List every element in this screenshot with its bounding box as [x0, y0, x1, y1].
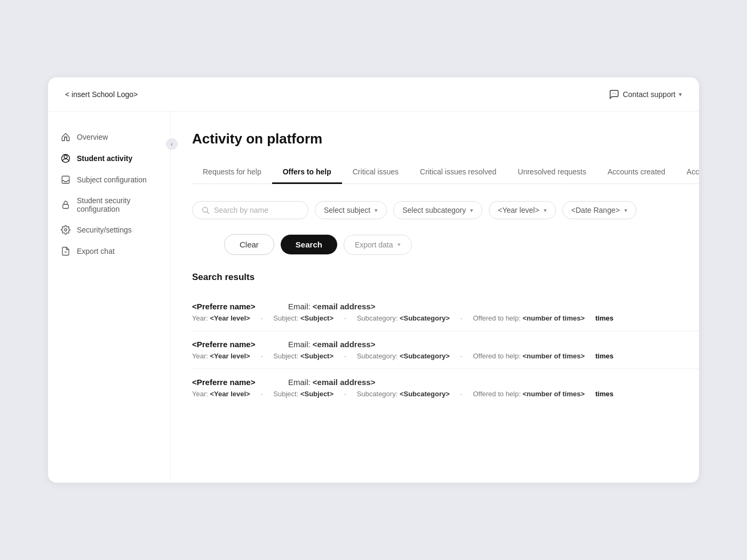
- result-name-3: <Preferre name>: [192, 378, 267, 387]
- inbox-icon: [61, 175, 70, 185]
- search-button[interactable]: Search: [281, 235, 337, 254]
- sidebar-label-overview: Overview: [77, 133, 108, 141]
- export-chevron-icon: ▾: [398, 241, 401, 248]
- export-data-label: Export data: [355, 241, 393, 249]
- page-title: Activity on platform: [192, 131, 699, 147]
- sidebar-item-overview[interactable]: Overview: [48, 126, 170, 148]
- search-icon: [201, 206, 210, 214]
- result-subject-2: Subject: <Subject>: [273, 352, 333, 360]
- contact-support-label: Contact support: [623, 90, 676, 99]
- result-name-1: <Preferre name>: [192, 302, 267, 311]
- svg-rect-6: [63, 204, 69, 209]
- year-level-dropdown-label: <Year level>: [498, 206, 539, 214]
- result-times-2: times: [595, 352, 614, 360]
- sidebar-item-subject-configuration[interactable]: Subject configuration: [48, 169, 170, 190]
- result-email-3: Email: <email address>: [288, 378, 375, 387]
- tab-critical-issues-resolved[interactable]: Critical issues resolved: [409, 162, 507, 184]
- year-level-dropdown[interactable]: <Year level> ▾: [489, 201, 555, 219]
- lock-icon: [61, 200, 70, 210]
- svg-point-9: [203, 207, 208, 212]
- sidebar-label-security-settings: Security/settings: [77, 226, 132, 234]
- sidebar-item-export-chat[interactable]: Export chat: [48, 241, 170, 262]
- result-subject-1: Subject: <Subject>: [273, 314, 333, 322]
- result-email-1: Email: <email address>: [288, 302, 375, 311]
- sidebar-toggle[interactable]: ‹: [166, 138, 178, 150]
- table-row: <Preferre name> Email: <email address> Y…: [192, 369, 699, 406]
- result-subcategory-3: Subcategory: <Subcategory>: [357, 390, 450, 398]
- date-range-chevron-icon: ▾: [624, 207, 627, 214]
- contact-support-chevron: ▾: [679, 91, 682, 98]
- tab-accounts-blocked[interactable]: Accounts blocked: [676, 162, 699, 184]
- clear-button[interactable]: Clear: [224, 234, 274, 255]
- sidebar-item-student-security[interactable]: Student security configuration: [48, 190, 170, 219]
- tab-requests-for-help[interactable]: Requests for help: [192, 162, 272, 184]
- result-subcategory-2: Subcategory: <Subcategory>: [357, 352, 450, 360]
- svg-point-0: [613, 93, 613, 93]
- filter-bar: Select subject ▾ Select subcategory ▾ <Y…: [192, 201, 699, 219]
- year-level-chevron-icon: ▾: [544, 207, 547, 214]
- date-range-dropdown-label: <Date Range>: [571, 206, 620, 214]
- chat-icon: [609, 89, 619, 100]
- sidebar-item-security-settings[interactable]: Security/settings: [48, 219, 170, 241]
- svg-point-1: [614, 93, 614, 93]
- result-offered-1: Offered to help: <number of times>: [473, 314, 584, 322]
- sidebar-label-student-activity: Student activity: [77, 154, 132, 163]
- svg-line-10: [207, 212, 209, 214]
- document-icon: [61, 246, 70, 256]
- sidebar-item-student-activity[interactable]: Student activity: [48, 148, 170, 169]
- subcategory-dropdown[interactable]: Select subcategory ▾: [393, 201, 482, 219]
- search-input[interactable]: [214, 206, 299, 214]
- tab-bar: Requests for help Offers to help Critica…: [192, 162, 699, 184]
- result-year-1: Year: <Year level>: [192, 314, 250, 322]
- action-bar: Clear Search Export data ▾: [192, 234, 699, 255]
- subject-dropdown[interactable]: Select subject ▾: [315, 201, 387, 219]
- result-year-2: Year: <Year level>: [192, 352, 250, 360]
- result-year-3: Year: <Year level>: [192, 390, 250, 398]
- sidebar-label-subject-configuration: Subject configuration: [77, 175, 147, 184]
- result-subject-3: Subject: <Subject>: [273, 390, 333, 398]
- table-row: <Preferre name> Email: <email address> Y…: [192, 331, 699, 369]
- tab-offers-to-help[interactable]: Offers to help: [272, 162, 342, 184]
- result-subcategory-1: Subcategory: <Subcategory>: [357, 314, 450, 322]
- svg-point-7: [65, 229, 67, 231]
- search-box[interactable]: [192, 201, 308, 219]
- result-offered-3: Offered to help: <number of times>: [473, 390, 584, 398]
- svg-rect-5: [62, 176, 69, 183]
- contact-support-button[interactable]: Contact support ▾: [609, 89, 682, 100]
- tab-accounts-created[interactable]: Accounts created: [597, 162, 676, 184]
- export-data-button[interactable]: Export data ▾: [344, 235, 412, 255]
- result-times-3: times: [595, 390, 614, 398]
- subject-dropdown-label: Select subject: [324, 206, 370, 214]
- tab-unresolved-requests[interactable]: Unresolved requests: [507, 162, 597, 184]
- svg-point-3: [64, 155, 67, 158]
- result-offered-2: Offered to help: <number of times>: [473, 352, 584, 360]
- sidebar-label-student-security: Student security configuration: [77, 196, 157, 213]
- table-row: <Preferre name> Email: <email address> Y…: [192, 293, 699, 331]
- result-email-2: Email: <email address>: [288, 340, 375, 349]
- subcategory-chevron-icon: ▾: [470, 207, 473, 214]
- tab-critical-issues[interactable]: Critical issues: [342, 162, 409, 184]
- sidebar-label-export-chat: Export chat: [77, 247, 115, 255]
- home-icon: [61, 132, 70, 142]
- subject-chevron-icon: ▾: [375, 207, 378, 214]
- subcategory-dropdown-label: Select subcategory: [402, 206, 466, 214]
- svg-point-2: [615, 93, 616, 93]
- result-name-2: <Preferre name>: [192, 340, 267, 349]
- results-title: Search results: [192, 272, 699, 283]
- person-circle-icon: [61, 154, 70, 163]
- search-results-section: Search results <Preferre name> Email: <e…: [192, 272, 699, 406]
- result-times-1: times: [595, 314, 614, 322]
- gear-icon: [61, 225, 70, 235]
- logo: < insert School Logo>: [65, 90, 138, 99]
- date-range-dropdown[interactable]: <Date Range> ▾: [562, 201, 637, 219]
